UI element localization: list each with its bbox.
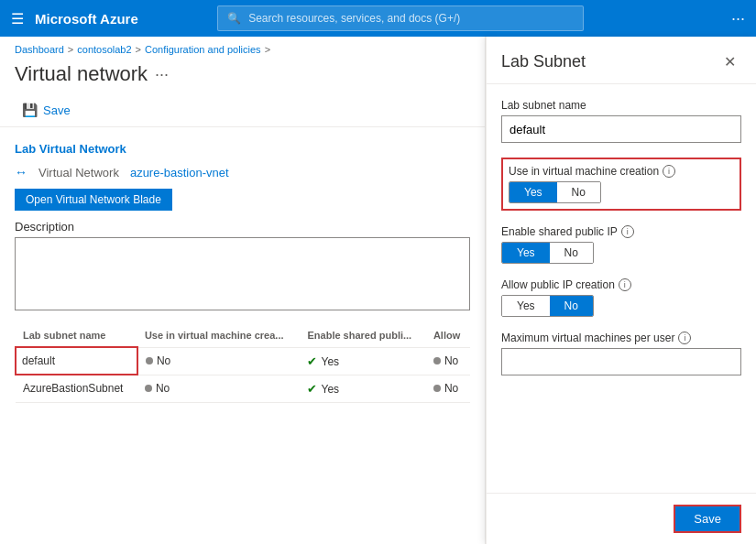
row-1-allow: No (426, 347, 470, 375)
shared-ip-field: Enable shared public IP i Yes No (501, 225, 741, 264)
save-icon: 💾 (22, 103, 38, 117)
vm-creation-no-button[interactable]: No (557, 182, 600, 202)
row-2-use-in-vm: No (137, 375, 301, 402)
vnet-label: Virtual Network (38, 166, 119, 180)
vm-creation-label: Use in virtual machine creation i (509, 165, 734, 178)
open-vnet-blade-button[interactable]: Open Virtual Network Blade (15, 189, 172, 211)
row-1-name: default (16, 347, 137, 375)
vnet-row: ↔ Virtual Network azure-bastion-vnet (15, 165, 470, 180)
table-row[interactable]: AzureBastionSubnet No ✔Yes No (16, 375, 470, 402)
save-button[interactable]: 💾 Save (15, 99, 78, 121)
left-panel: Dashboard > contosolab2 > Configuration … (0, 37, 486, 544)
allow-ip-yes-button[interactable]: Yes (502, 296, 550, 316)
panel-header: Lab Subnet ✕ (487, 37, 756, 84)
page-title: Virtual network (15, 62, 148, 86)
shared-ip-info-icon[interactable]: i (621, 225, 634, 238)
subnet-table: Lab subnet name Use in virtual machine c… (15, 324, 470, 403)
col-use-in-vm: Use in virtual machine crea... (137, 324, 301, 347)
main-layout: Dashboard > contosolab2 > Configuration … (0, 37, 756, 544)
vm-creation-field: Use in virtual machine creation i Yes No (501, 158, 741, 211)
table-row[interactable]: default No ✔Yes No (16, 347, 470, 375)
max-vms-field: Maximum virtual machines per user i (501, 332, 741, 375)
shared-ip-no-button[interactable]: No (550, 243, 593, 263)
breadcrumb-contosolab2[interactable]: contosolab2 (77, 44, 131, 55)
breadcrumb: Dashboard > contosolab2 > Configuration … (0, 37, 485, 59)
row-1-use-in-vm: No (137, 347, 301, 375)
row-1-enable-shared: ✔Yes (300, 347, 425, 375)
vnet-icon: ↔ (15, 165, 27, 180)
allow-ip-label: Allow public IP creation i (501, 278, 741, 291)
shared-ip-toggle-group: Yes No (501, 242, 594, 264)
search-bar[interactable]: 🔍 Search resources, services, and docs (… (217, 5, 584, 31)
panel-footer: Save (487, 493, 756, 544)
lab-vnet-section-title: Lab Virtual Network (15, 142, 470, 156)
close-panel-button[interactable]: ✕ (718, 51, 741, 72)
subnet-name-label: Lab subnet name (501, 99, 741, 112)
breadcrumb-sep-2: > (136, 44, 141, 55)
panel-body: Lab subnet name Use in virtual machine c… (487, 84, 756, 493)
col-enable-shared: Enable shared publi... (300, 324, 425, 347)
hamburger-icon[interactable]: ☰ (11, 10, 24, 27)
subnet-name-input[interactable] (501, 115, 741, 143)
vm-creation-toggle-group: Yes No (509, 181, 601, 203)
panel-save-button[interactable]: Save (674, 505, 741, 533)
col-allow: Allow (426, 324, 470, 347)
allow-ip-toggle-group: Yes No (501, 295, 594, 317)
more-options-icon[interactable]: ··· (731, 9, 745, 28)
top-nav: ☰ Microsoft Azure 🔍 Search resources, se… (0, 0, 756, 37)
toolbar: 💾 Save (0, 93, 485, 127)
subnet-name-field: Lab subnet name (501, 99, 741, 143)
search-placeholder: Search resources, services, and docs (G+… (248, 12, 460, 25)
vm-creation-info-icon[interactable]: i (663, 165, 675, 178)
panel-title: Lab Subnet (501, 52, 586, 71)
col-subnet-name: Lab subnet name (16, 324, 137, 347)
brand-name: Microsoft Azure (35, 11, 138, 27)
allow-ip-no-button[interactable]: No (550, 296, 593, 316)
page-title-row: Virtual network ··· (0, 59, 485, 93)
page-options-icon[interactable]: ··· (155, 65, 169, 84)
row-2-allow: No (426, 375, 470, 402)
search-icon: 🔍 (227, 12, 241, 25)
max-vms-label: Maximum virtual machines per user i (501, 332, 741, 344)
shared-ip-label: Enable shared public IP i (501, 225, 741, 238)
description-input[interactable] (15, 237, 470, 310)
breadcrumb-sep-1: > (68, 44, 73, 55)
description-label: Description (15, 220, 470, 234)
content-area: Lab Virtual Network ↔ Virtual Network az… (0, 127, 485, 544)
allow-ip-info-icon[interactable]: i (619, 278, 631, 291)
breadcrumb-config[interactable]: Configuration and policies (145, 44, 261, 55)
save-label: Save (43, 103, 71, 117)
breadcrumb-dashboard[interactable]: Dashboard (15, 44, 64, 55)
vm-creation-yes-button[interactable]: Yes (509, 182, 557, 202)
vnet-value: azure-bastion-vnet (130, 166, 229, 180)
row-2-enable-shared: ✔Yes (300, 375, 425, 402)
allow-ip-field: Allow public IP creation i Yes No (501, 278, 741, 317)
right-panel: Lab Subnet ✕ Lab subnet name Use in virt… (486, 37, 756, 544)
shared-ip-yes-button[interactable]: Yes (502, 243, 550, 263)
max-vms-info-icon[interactable]: i (678, 332, 691, 344)
max-vms-input[interactable] (501, 348, 741, 375)
breadcrumb-sep-3: > (265, 44, 270, 55)
row-2-name: AzureBastionSubnet (16, 375, 137, 402)
